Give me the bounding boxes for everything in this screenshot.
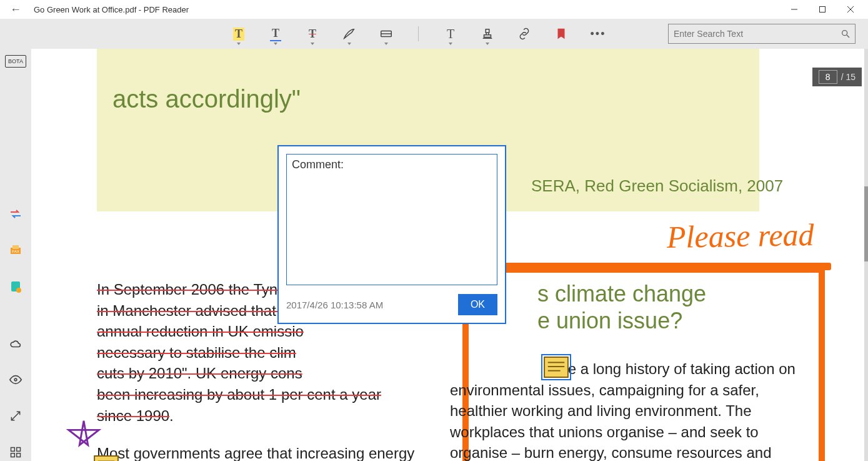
page-total: / 15 — [841, 72, 856, 82]
convert-icon[interactable] — [7, 205, 24, 223]
cloud-icon[interactable] — [7, 335, 24, 352]
scrollbar-thumb[interactable] — [864, 186, 868, 261]
svg-point-13 — [14, 378, 17, 381]
back-arrow[interactable]: ← — [4, 3, 27, 16]
svg-text:FAX: FAX — [12, 250, 19, 253]
maximize-button[interactable] — [808, 0, 836, 19]
search-input[interactable] — [669, 29, 836, 39]
close-button[interactable] — [836, 0, 864, 19]
svg-line-7 — [847, 35, 849, 38]
strikethrough-tool[interactable]: T — [305, 26, 320, 41]
sticky-note-icon[interactable] — [94, 455, 119, 461]
svg-rect-1 — [819, 7, 825, 13]
window-controls — [780, 0, 864, 19]
right-paragraph: have a long history of taking action on … — [450, 358, 800, 461]
comment-timestamp: 2017/4/26 10:13:58 AM — [286, 300, 383, 310]
underline-tool[interactable]: T — [268, 26, 283, 41]
page-indicator[interactable]: 8 / 15 — [812, 68, 862, 86]
svg-rect-16 — [11, 453, 15, 457]
sidebar-left: BOTA FAX — [0, 49, 31, 461]
sticky-note-icon[interactable] — [544, 357, 569, 378]
stamp-tool[interactable] — [480, 26, 495, 41]
fullscreen-icon[interactable] — [7, 407, 24, 425]
more-tools[interactable]: ••• — [591, 26, 606, 41]
comment-textarea[interactable] — [286, 154, 497, 285]
quote-text: role in past and present carbon emission… — [112, 52, 737, 114]
toolbar: T T T T ••• — [0, 19, 868, 49]
eye-icon[interactable] — [7, 371, 24, 388]
scrollbar-vertical[interactable] — [864, 49, 868, 461]
page-current[interactable]: 8 — [819, 70, 837, 84]
grid-view-icon[interactable] — [7, 443, 24, 461]
ink-tool[interactable] — [342, 26, 357, 41]
bota-toggle[interactable]: BOTA — [5, 55, 26, 68]
ok-button[interactable]: OK — [458, 294, 497, 315]
svg-rect-17 — [17, 453, 21, 457]
titlebar: ← Go Green Work at Office.pdf - PDF Read… — [0, 0, 868, 19]
svg-rect-18 — [94, 456, 118, 461]
ink-annotation-please-read: Please read — [667, 216, 815, 255]
link-tool[interactable] — [517, 26, 532, 41]
section-heading: s climate change e union issue? — [537, 280, 706, 334]
window-title: Go Green Work at Office.pdf - PDF Reader — [34, 5, 189, 14]
svg-rect-9 — [12, 245, 19, 249]
fax-icon[interactable]: FAX — [7, 241, 24, 259]
left-paragraph: Most governments agree that increasing e… — [97, 443, 447, 461]
svg-point-12 — [16, 288, 21, 293]
bookmark-tool[interactable] — [554, 26, 569, 41]
clipboard-icon[interactable] — [7, 278, 24, 295]
search-icon[interactable] — [836, 29, 855, 39]
highlight-tool[interactable]: T — [231, 26, 246, 41]
minimize-button[interactable] — [780, 0, 808, 19]
svg-point-6 — [842, 31, 847, 36]
svg-rect-14 — [11, 448, 15, 452]
comment-dialog: 2017/4/26 10:13:58 AM OK — [277, 145, 506, 324]
citation-text: SERA, Red Green Socialism, 2007 — [531, 176, 783, 196]
search-box[interactable] — [668, 24, 856, 44]
typewriter-tool[interactable] — [379, 26, 394, 41]
text-tool[interactable]: T — [443, 26, 458, 41]
toolbar-divider — [418, 26, 419, 41]
svg-rect-15 — [17, 448, 21, 452]
